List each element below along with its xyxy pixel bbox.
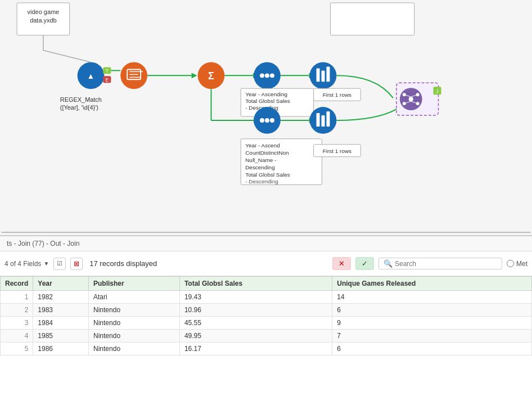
svg-point-44 — [409, 97, 413, 101]
table-cell-0-2: Atari — [89, 291, 180, 304]
results-toolbar: 4 of 4 Fields ▼ ☑ ⊠ 17 records displayed… — [0, 251, 532, 276]
table-row: 31984Nintendo45.559 — [1, 317, 532, 330]
meta-radio-group: Met — [507, 260, 528, 268]
table-cell-1-3: 10.96 — [179, 304, 332, 317]
svg-point-26 — [254, 62, 281, 89]
svg-text:Year - Ascending: Year - Ascending — [245, 91, 287, 97]
svg-text:data.yxdb: data.yxdb — [30, 17, 56, 24]
table-cell-3-0: 4 — [1, 330, 33, 343]
table-cell-4-1: 1986 — [33, 343, 89, 356]
table-cell-1-2: Nintendo — [89, 304, 180, 317]
svg-point-28 — [265, 73, 269, 78]
check-label: ✓ — [362, 259, 368, 268]
svg-text:Σ: Σ — [208, 70, 214, 82]
breadcrumb: ts - Join (77) - Out - Join — [0, 236, 532, 251]
table-cell-4-2: Nintendo — [89, 343, 180, 356]
reject-button[interactable]: ✕ — [332, 257, 351, 270]
svg-text:REGEX_Match: REGEX_Match — [60, 96, 102, 103]
svg-text:- Descending: - Descending — [245, 105, 278, 111]
accept-button[interactable]: ✓ — [355, 257, 374, 270]
svg-rect-34 — [322, 70, 325, 82]
chevron-down-icon: ▼ — [43, 260, 49, 267]
svg-marker-31 — [309, 73, 315, 78]
svg-marker-63 — [309, 118, 315, 123]
check-icon: ☑ — [57, 260, 62, 267]
svg-text:First 1 rows: First 1 rows — [323, 148, 351, 154]
svg-rect-36 — [241, 88, 313, 116]
x-icon: ⊠ — [74, 260, 79, 268]
fields-dropdown[interactable]: 4 of 4 Fields ▼ — [4, 260, 49, 268]
data-table-container[interactable]: Record Year Publisher Total Globsl Sales… — [0, 276, 532, 414]
search-container: 🔍 — [378, 258, 502, 269]
svg-text:First 1 rows: First 1 rows — [323, 92, 351, 98]
table-cell-2-2: Nintendo — [89, 317, 180, 330]
svg-point-45 — [403, 93, 406, 96]
svg-rect-42 — [396, 83, 439, 115]
svg-rect-6 — [103, 67, 111, 74]
svg-point-43 — [400, 88, 422, 110]
table-cell-1-4: 6 — [332, 304, 532, 317]
table-cell-1-1: 1983 — [33, 304, 89, 317]
table-cell-4-4: 6 — [332, 343, 532, 356]
col-header-unique-games[interactable]: Unique Games Released — [332, 277, 532, 291]
table-header-row: Record Year Publisher Total Globsl Sales… — [1, 277, 532, 291]
breadcrumb-text: ts - Join (77) - Out - Join — [7, 240, 79, 248]
svg-rect-40 — [314, 88, 361, 101]
table-cell-0-3: 19.43 — [179, 291, 332, 304]
svg-text:J: J — [436, 88, 438, 94]
svg-line-50 — [411, 94, 418, 97]
svg-point-64 — [310, 107, 337, 134]
col-header-total-sales[interactable]: Total Globsl Sales — [179, 277, 332, 291]
col-header-record[interactable]: Record — [1, 277, 33, 291]
table-cell-4-3: 16.17 — [179, 343, 332, 356]
svg-rect-35 — [326, 66, 330, 82]
svg-point-60 — [265, 118, 269, 123]
table-cell-4-0: 5 — [1, 343, 33, 356]
svg-rect-65 — [317, 113, 320, 127]
search-icon: 🔍 — [384, 259, 393, 268]
svg-rect-68 — [241, 139, 322, 185]
x-label: ✕ — [339, 259, 345, 268]
svg-text:Total Globsl Sales: Total Globsl Sales — [245, 172, 290, 178]
svg-line-52 — [411, 101, 418, 104]
svg-rect-33 — [317, 68, 320, 82]
table-cell-1-0: 2 — [1, 304, 33, 317]
svg-marker-21 — [192, 73, 197, 78]
svg-point-27 — [260, 73, 264, 78]
svg-text:video game: video game — [28, 8, 60, 15]
svg-point-61 — [270, 118, 274, 123]
svg-point-46 — [416, 93, 420, 96]
svg-point-47 — [403, 102, 406, 105]
svg-text:T: T — [106, 68, 109, 74]
svg-rect-3 — [330, 3, 414, 35]
check-filter-btn[interactable]: ☑ — [53, 258, 66, 270]
svg-text:E: E — [105, 77, 109, 83]
col-header-year[interactable]: Year — [33, 277, 89, 291]
records-count: 17 records displayed — [89, 259, 157, 268]
table-cell-0-1: 1982 — [33, 291, 89, 304]
svg-point-48 — [416, 102, 420, 105]
table-cell-2-0: 3 — [1, 317, 33, 330]
table-cell-3-1: 1985 — [33, 330, 89, 343]
col-header-publisher[interactable]: Publisher — [89, 277, 180, 291]
svg-rect-75 — [314, 145, 361, 157]
table-row: 41985Nintendo49.957 — [1, 330, 532, 343]
fields-label: 4 of 4 Fields — [4, 260, 41, 268]
table-row: 51986Nintendo16.176 — [1, 343, 532, 356]
svg-marker-57 — [254, 118, 259, 123]
search-input[interactable] — [395, 260, 496, 268]
table-body: 11982Atari19.431421983Nintendo10.9663198… — [1, 291, 532, 356]
table-row: 21983Nintendo10.966 — [1, 304, 532, 317]
meta-radio-btn[interactable] — [507, 260, 514, 267]
table-cell-3-3: 49.95 — [179, 330, 332, 343]
svg-rect-0 — [17, 3, 70, 35]
table-cell-0-0: 1 — [1, 291, 33, 304]
svg-point-10 — [120, 62, 147, 89]
svg-text:Total Globsl Sales: Total Globsl Sales — [245, 98, 290, 104]
svg-text:Null_Name -: Null_Name - — [245, 157, 276, 163]
svg-text:([Year], '\d{4}'): ([Year], '\d{4}') — [60, 104, 98, 111]
workflow-canvas: video game data.yxdb ▲ T E REGEX_Match (… — [0, 0, 532, 236]
svg-rect-66 — [322, 115, 325, 127]
x-filter-btn[interactable]: ⊠ — [70, 258, 83, 270]
svg-line-16 — [43, 51, 91, 62]
